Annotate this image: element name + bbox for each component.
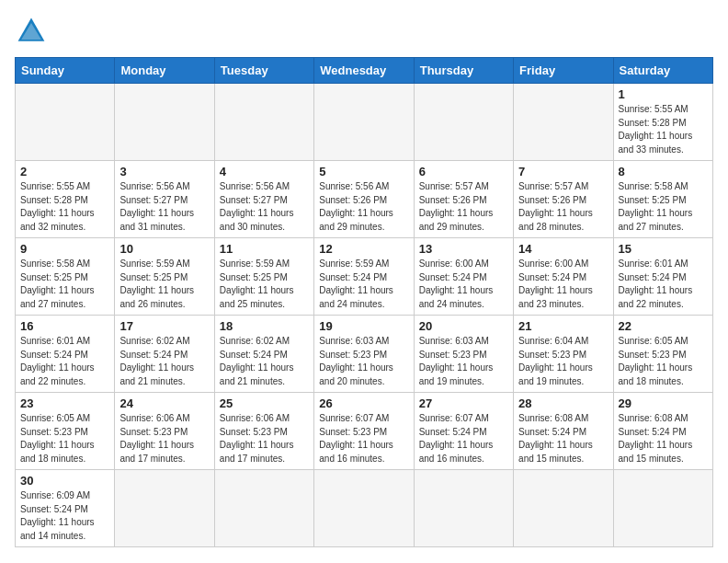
day-info: Sunrise: 5:58 AM Sunset: 5:25 PM Dayligh… <box>20 258 109 311</box>
week-row-1: 1Sunrise: 5:55 AM Sunset: 5:28 PM Daylig… <box>16 84 713 161</box>
day-cell <box>16 84 115 161</box>
day-info: Sunrise: 5:57 AM Sunset: 5:26 PM Dayligh… <box>419 180 508 234</box>
day-info: Sunrise: 6:08 AM Sunset: 5:24 PM Dayligh… <box>518 412 608 465</box>
day-info: Sunrise: 6:00 AM Sunset: 5:24 PM Dayligh… <box>419 258 508 311</box>
day-number: 5 <box>319 165 408 178</box>
day-cell: 10Sunrise: 5:59 AM Sunset: 5:25 PM Dayli… <box>115 238 214 316</box>
day-number: 9 <box>20 242 109 256</box>
day-number: 11 <box>220 242 309 256</box>
day-info: Sunrise: 6:06 AM Sunset: 5:23 PM Dayligh… <box>119 412 209 465</box>
day-number: 19 <box>319 319 408 333</box>
day-cell: 21Sunrise: 6:04 AM Sunset: 5:23 PM Dayli… <box>514 316 613 393</box>
day-number: 20 <box>419 319 508 333</box>
day-info: Sunrise: 6:09 AM Sunset: 5:24 PM Dayligh… <box>20 489 109 543</box>
day-info: Sunrise: 6:05 AM Sunset: 5:23 PM Dayligh… <box>20 412 109 465</box>
day-number: 16 <box>20 319 109 333</box>
calendar-table: SundayMondayTuesdayWednesdayThursdayFrid… <box>15 57 713 547</box>
day-cell: 24Sunrise: 6:06 AM Sunset: 5:23 PM Dayli… <box>115 393 214 470</box>
day-info: Sunrise: 5:59 AM Sunset: 5:24 PM Dayligh… <box>319 258 408 311</box>
day-info: Sunrise: 6:04 AM Sunset: 5:23 PM Dayligh… <box>518 335 608 388</box>
day-cell: 11Sunrise: 5:59 AM Sunset: 5:25 PM Dayli… <box>214 238 313 316</box>
day-info: Sunrise: 6:08 AM Sunset: 5:24 PM Dayligh… <box>619 412 708 465</box>
week-row-5: 23Sunrise: 6:05 AM Sunset: 5:23 PM Dayli… <box>16 393 713 470</box>
week-row-3: 9Sunrise: 5:58 AM Sunset: 5:25 PM Daylig… <box>16 238 713 316</box>
day-number: 6 <box>419 165 508 178</box>
logo-icon <box>15 15 48 48</box>
day-cell: 7Sunrise: 5:57 AM Sunset: 5:26 PM Daylig… <box>514 161 613 238</box>
day-cell: 27Sunrise: 6:07 AM Sunset: 5:24 PM Dayli… <box>414 393 513 470</box>
day-cell: 26Sunrise: 6:07 AM Sunset: 5:23 PM Dayli… <box>314 393 414 470</box>
day-number: 14 <box>518 242 608 256</box>
week-row-4: 16Sunrise: 6:01 AM Sunset: 5:24 PM Dayli… <box>16 316 713 393</box>
day-info: Sunrise: 6:00 AM Sunset: 5:24 PM Dayligh… <box>518 258 608 311</box>
day-number: 30 <box>20 474 109 488</box>
day-info: Sunrise: 5:56 AM Sunset: 5:27 PM Dayligh… <box>220 180 309 234</box>
day-cell <box>613 470 712 547</box>
day-number: 28 <box>518 396 608 410</box>
days-header-row: SundayMondayTuesdayWednesdayThursdayFrid… <box>16 58 713 84</box>
day-cell: 22Sunrise: 6:05 AM Sunset: 5:23 PM Dayli… <box>613 316 712 393</box>
day-info: Sunrise: 6:02 AM Sunset: 5:24 PM Dayligh… <box>220 335 309 388</box>
day-cell: 15Sunrise: 6:01 AM Sunset: 5:24 PM Dayli… <box>613 238 712 316</box>
day-info: Sunrise: 5:58 AM Sunset: 5:25 PM Dayligh… <box>619 180 708 234</box>
day-cell: 18Sunrise: 6:02 AM Sunset: 5:24 PM Dayli… <box>214 316 313 393</box>
day-cell: 28Sunrise: 6:08 AM Sunset: 5:24 PM Dayli… <box>514 393 613 470</box>
day-info: Sunrise: 5:55 AM Sunset: 5:28 PM Dayligh… <box>20 180 109 234</box>
day-number: 10 <box>119 242 209 256</box>
day-cell: 19Sunrise: 6:03 AM Sunset: 5:23 PM Dayli… <box>314 316 414 393</box>
day-cell <box>414 84 513 161</box>
day-number: 23 <box>20 396 109 410</box>
day-cell: 3Sunrise: 5:56 AM Sunset: 5:27 PM Daylig… <box>115 161 214 238</box>
day-number: 8 <box>619 165 708 178</box>
day-cell <box>314 84 414 161</box>
day-number: 18 <box>220 319 309 333</box>
day-cell <box>514 470 613 547</box>
day-cell: 23Sunrise: 6:05 AM Sunset: 5:23 PM Dayli… <box>16 393 115 470</box>
day-cell: 8Sunrise: 5:58 AM Sunset: 5:25 PM Daylig… <box>613 161 712 238</box>
day-number: 7 <box>518 165 608 178</box>
day-cell: 6Sunrise: 5:57 AM Sunset: 5:26 PM Daylig… <box>414 161 513 238</box>
day-info: Sunrise: 6:03 AM Sunset: 5:23 PM Dayligh… <box>319 335 408 388</box>
day-number: 24 <box>119 396 209 410</box>
day-cell: 25Sunrise: 6:06 AM Sunset: 5:23 PM Dayli… <box>214 393 313 470</box>
day-cell: 13Sunrise: 6:00 AM Sunset: 5:24 PM Dayli… <box>414 238 513 316</box>
day-header-sunday: Sunday <box>16 58 115 84</box>
day-cell <box>115 470 214 547</box>
week-row-2: 2Sunrise: 5:55 AM Sunset: 5:28 PM Daylig… <box>16 161 713 238</box>
day-number: 4 <box>220 165 309 178</box>
day-number: 2 <box>20 165 109 178</box>
day-header-tuesday: Tuesday <box>214 58 313 84</box>
day-cell: 12Sunrise: 5:59 AM Sunset: 5:24 PM Dayli… <box>314 238 414 316</box>
day-number: 22 <box>619 319 708 333</box>
day-cell: 4Sunrise: 5:56 AM Sunset: 5:27 PM Daylig… <box>214 161 313 238</box>
day-cell <box>115 84 214 161</box>
day-header-friday: Friday <box>514 58 613 84</box>
week-row-6: 30Sunrise: 6:09 AM Sunset: 5:24 PM Dayli… <box>16 470 713 547</box>
day-info: Sunrise: 6:02 AM Sunset: 5:24 PM Dayligh… <box>119 335 209 388</box>
day-cell: 9Sunrise: 5:58 AM Sunset: 5:25 PM Daylig… <box>16 238 115 316</box>
day-info: Sunrise: 5:59 AM Sunset: 5:25 PM Dayligh… <box>220 258 309 311</box>
day-number: 3 <box>119 165 209 178</box>
day-info: Sunrise: 6:07 AM Sunset: 5:23 PM Dayligh… <box>319 412 408 465</box>
day-number: 26 <box>319 396 408 410</box>
day-info: Sunrise: 5:55 AM Sunset: 5:28 PM Dayligh… <box>619 103 708 156</box>
day-info: Sunrise: 6:01 AM Sunset: 5:24 PM Dayligh… <box>619 258 708 311</box>
logo <box>15 15 53 48</box>
day-header-saturday: Saturday <box>613 58 712 84</box>
day-number: 25 <box>220 396 309 410</box>
page-header <box>15 15 713 48</box>
day-number: 21 <box>518 319 608 333</box>
day-cell: 29Sunrise: 6:08 AM Sunset: 5:24 PM Dayli… <box>613 393 712 470</box>
day-number: 15 <box>619 242 708 256</box>
day-cell: 2Sunrise: 5:55 AM Sunset: 5:28 PM Daylig… <box>16 161 115 238</box>
day-info: Sunrise: 5:57 AM Sunset: 5:26 PM Dayligh… <box>518 180 608 234</box>
day-cell: 14Sunrise: 6:00 AM Sunset: 5:24 PM Dayli… <box>514 238 613 316</box>
day-cell: 16Sunrise: 6:01 AM Sunset: 5:24 PM Dayli… <box>16 316 115 393</box>
day-number: 29 <box>619 396 708 410</box>
day-cell <box>514 84 613 161</box>
day-number: 1 <box>619 87 708 101</box>
day-header-thursday: Thursday <box>414 58 513 84</box>
day-info: Sunrise: 5:56 AM Sunset: 5:27 PM Dayligh… <box>119 180 209 234</box>
day-number: 27 <box>419 396 508 410</box>
day-cell <box>414 470 513 547</box>
